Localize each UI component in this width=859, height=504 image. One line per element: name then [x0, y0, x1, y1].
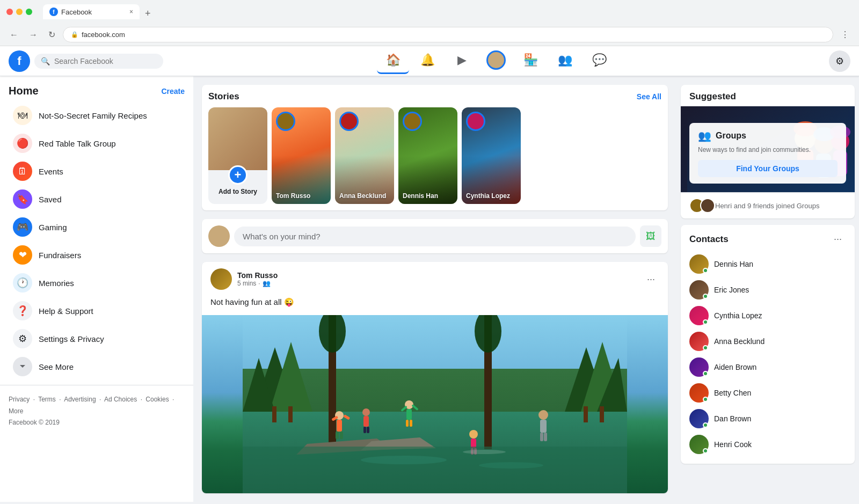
nav-messenger[interactable]: 💬 [583, 48, 615, 74]
stories-see-all-btn[interactable]: See All [637, 92, 661, 101]
footer-link-cookies[interactable]: Cookies [145, 396, 169, 403]
story-avatar-dennis [403, 112, 422, 131]
svg-point-35 [538, 410, 548, 420]
suggested-section: Suggested [681, 85, 855, 218]
story-card-tom[interactable]: Tom Russo [272, 107, 331, 204]
header-right-actions: ⚙ [829, 50, 850, 72]
story-avatar-cynthia [466, 112, 485, 131]
post-input[interactable]: What's on your mind? [234, 227, 636, 246]
story-add-label: Add to Story [219, 188, 257, 195]
maximize-window-btn[interactable] [26, 9, 32, 15]
svg-rect-27 [363, 427, 366, 433]
footer-link-privacy[interactable]: Privacy [9, 396, 30, 403]
contacts-more-btn[interactable]: ··· [829, 231, 846, 247]
sidebar-item-memories[interactable]: 🕐 Memories [4, 269, 189, 297]
post-more-options-btn[interactable]: ··· [643, 272, 659, 287]
contact-aiden[interactable]: Aiden Brown [689, 354, 846, 380]
nav-home[interactable]: 🏠 [377, 48, 409, 74]
online-indicator-eric [703, 294, 708, 299]
close-window-btn[interactable] [6, 9, 13, 15]
sidebar-footer: Privacy · Terms · Advertising · Ad Choic… [0, 385, 193, 437]
contact-henri[interactable]: Henri Cook [689, 432, 846, 457]
sidebar-title: Home Create [0, 81, 193, 101]
contact-dan[interactable]: Dan Brown [689, 406, 846, 432]
contact-name-eric: Eric Jones [714, 286, 749, 294]
settings-btn[interactable]: ⚙ [829, 50, 850, 72]
contact-betty[interactable]: Betty Chen [689, 380, 846, 406]
sidebar-item-settings[interactable]: ⚙ Settings & Privacy [4, 325, 189, 353]
svg-rect-11 [584, 406, 588, 422]
post-user-avatar [210, 268, 232, 290]
footer-link-adchoices[interactable]: Ad Choices [104, 396, 137, 403]
story-name-cynthia: Cynthia Lopez [466, 192, 516, 200]
footer-link-advertising[interactable]: Advertising [64, 396, 96, 403]
sidebar-item-gaming[interactable]: 🎮 Gaming [4, 213, 189, 241]
svg-rect-43 [243, 447, 627, 494]
url-bar[interactable]: 🔒 facebook.com [63, 27, 833, 42]
sidebar-item-red-table[interactable]: 🔴 Red Table Talk Group [4, 129, 189, 157]
story-card-dennis[interactable]: Dennis Han [398, 107, 457, 204]
contact-dennis[interactable]: Dennis Han [689, 251, 846, 277]
nav-notifications[interactable]: 🔔 [411, 48, 443, 74]
story-avatar-anna [339, 112, 359, 131]
minimize-window-btn[interactable] [16, 9, 23, 15]
forward-btn[interactable]: → [26, 28, 41, 42]
settings-gear-icon: ⚙ [13, 329, 32, 348]
story-card-cynthia[interactable]: Cynthia Lopez [462, 107, 521, 204]
nav-profile-avatar[interactable] [480, 48, 512, 74]
sidebar-item-see-more[interactable]: See More [4, 353, 189, 381]
lake-scene-svg [202, 315, 668, 494]
browser-chrome: f Facebook × + ← → ↻ 🔒 facebook.com ⋮ [0, 0, 859, 46]
sidebar-item-help[interactable]: ❓ Help & Support [4, 297, 189, 325]
footer-link-terms[interactable]: Terms [38, 396, 56, 403]
back-btn[interactable]: ← [6, 28, 21, 42]
story-card-anna[interactable]: Anna Becklund [335, 107, 394, 204]
search-input[interactable] [54, 57, 157, 65]
nav-watch[interactable]: ▶ [446, 48, 478, 74]
contact-avatar-eric [689, 280, 709, 300]
create-btn[interactable]: Create [161, 87, 185, 96]
contact-anna[interactable]: Anna Becklund [689, 328, 846, 354]
find-groups-btn[interactable]: Find Your Groups [698, 160, 838, 177]
tab-favicon: f [49, 8, 58, 16]
post-user-info: Tom Russo 5 mins · 👥 [237, 271, 637, 287]
fb-logo[interactable]: f [9, 50, 30, 72]
svg-rect-23 [336, 432, 339, 439]
sidebar-label-saved: Saved [39, 195, 62, 204]
footer-more[interactable]: More [9, 407, 23, 415]
sidebar-item-recipes[interactable]: 🍽 Not-So-Secret Family Recipes [4, 101, 189, 129]
tab-close-btn[interactable]: × [129, 8, 133, 16]
search-bar[interactable]: 🔍 [34, 54, 163, 69]
svg-rect-34 [410, 420, 412, 427]
stories-title: Stories [208, 91, 239, 102]
svg-rect-38 [544, 433, 547, 441]
nav-marketplace[interactable]: 🏪 [514, 48, 547, 74]
fb-main-layout: Home Create 🍽 Not-So-Secret Family Recip… [0, 76, 859, 502]
contact-cynthia[interactable]: Cynthia Lopez [689, 303, 846, 328]
new-tab-btn[interactable]: + [142, 8, 154, 19]
story-avatar-tom [276, 112, 295, 131]
nav-groups[interactable]: 👥 [549, 48, 581, 74]
contact-avatar-cynthia [689, 306, 709, 325]
sidebar-item-events[interactable]: 🗓 Events [4, 157, 189, 185]
online-indicator-aiden [703, 371, 708, 376]
tab-title: Facebook [61, 8, 92, 16]
story-add-card[interactable]: + Add to Story [208, 107, 267, 204]
add-photo-btn[interactable]: 🖼 [640, 225, 661, 247]
groups-card-title: Groups [716, 131, 746, 141]
browser-menu-btn[interactable]: ⋮ [838, 27, 853, 42]
contact-eric[interactable]: Eric Jones [689, 277, 846, 303]
groups-icon-row: 👥 Groups [698, 129, 838, 142]
active-tab[interactable]: f Facebook × [43, 4, 140, 19]
sidebar-item-fundraisers[interactable]: ❤ Fundraisers [4, 241, 189, 269]
stories-section: Stories See All + Add to Story Tom Russo [202, 85, 668, 210]
gaming-icon: 🎮 [13, 217, 32, 237]
events-icon: 🗓 [13, 162, 32, 181]
story-name-anna: Anna Becklund [339, 192, 390, 200]
groups-banner: 👥 Groups New ways to find and join commu… [681, 106, 855, 192]
svg-rect-10 [288, 406, 293, 422]
reload-btn[interactable]: ↻ [45, 27, 59, 42]
suggested-title: Suggested [681, 85, 855, 106]
post-user-name[interactable]: Tom Russo [237, 271, 637, 280]
sidebar-item-saved[interactable]: 🔖 Saved [4, 185, 189, 213]
